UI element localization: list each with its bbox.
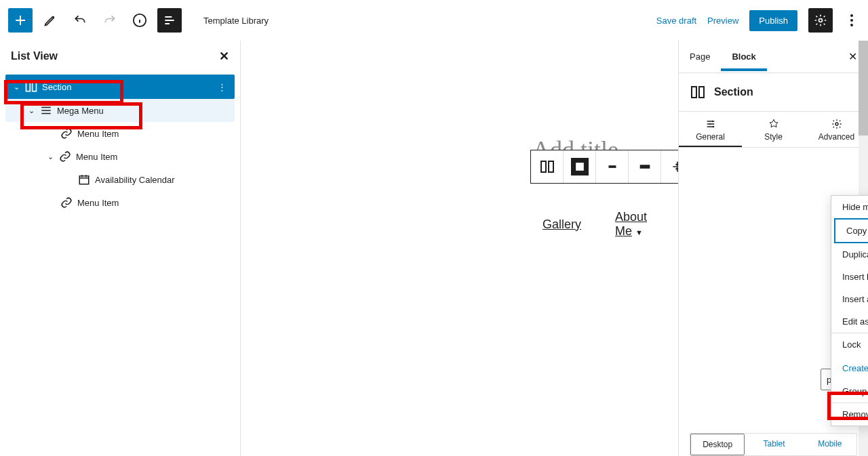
template-library-link[interactable]: Template Library <box>203 16 269 26</box>
undo-button[interactable] <box>68 8 92 33</box>
dd-insert-after[interactable]: Insert after Ctrl+Alt+Y <box>831 288 868 310</box>
block-name: Section <box>714 86 753 98</box>
sliders-icon <box>705 119 716 129</box>
dd-label: Create Reusable block <box>842 363 868 373</box>
tab-block[interactable]: Block <box>721 42 766 71</box>
svg-rect-5 <box>26 82 31 91</box>
subtab-label: General <box>696 132 725 142</box>
align-center-button[interactable] <box>596 150 629 183</box>
settings-subtabs: General Style Advanced <box>679 111 868 148</box>
info-button[interactable] <box>127 8 152 33</box>
block-type-button[interactable] <box>531 150 564 183</box>
top-toolbar: Template Library Save draft Preview Publ… <box>0 0 868 41</box>
svg-point-4 <box>850 24 853 26</box>
list-item-more-button[interactable]: ⋮ <box>214 82 231 92</box>
link-icon <box>58 196 75 209</box>
list-view-title: List View <box>11 50 58 62</box>
dd-label: Remove Section <box>842 409 868 419</box>
settings-button[interactable] <box>808 8 833 33</box>
list-item-section[interactable]: ⌄ Section ⋮ <box>5 75 235 99</box>
nav-link-dropdown[interactable]: About Me ▼ <box>615 210 647 239</box>
svg-point-2 <box>850 14 853 17</box>
dd-lock[interactable]: Lock <box>831 333 868 356</box>
svg-point-25 <box>712 126 714 128</box>
settings-tabs: Page Block ✕ <box>679 41 868 73</box>
svg-rect-22 <box>699 87 704 98</box>
dd-remove-section[interactable]: Remove Section Shift+Alt+Z <box>831 403 868 426</box>
menu-icon <box>38 104 54 117</box>
subtab-general[interactable]: General <box>679 112 742 147</box>
dd-edit-html[interactable]: Edit as HTML <box>831 310 868 333</box>
list-item-label: Mega Menu <box>57 106 104 116</box>
scroll-thumb[interactable] <box>859 41 868 136</box>
editor-canvas[interactable]: Add title Gallery About Me ▼ Gallery + <box>241 41 678 456</box>
align-wide-button[interactable] <box>629 150 661 183</box>
svg-rect-11 <box>608 165 616 168</box>
dd-copy-block[interactable]: Copy block <box>834 218 868 243</box>
list-view-button[interactable] <box>157 8 182 33</box>
add-block-button[interactable] <box>8 8 33 33</box>
svg-point-3 <box>850 19 853 22</box>
dd-label: Insert before <box>842 272 868 282</box>
section-icon <box>23 80 39 94</box>
chevron-down-icon: ⌄ <box>24 106 38 115</box>
list-item-menu-item[interactable]: Menu Item <box>5 122 235 145</box>
dd-hide-more-settings[interactable]: Hide more settings Ctrl+Shift+, <box>831 196 868 218</box>
tab-page[interactable]: Page <box>679 42 721 71</box>
device-desktop[interactable]: Desktop <box>690 434 745 455</box>
gear-icon <box>831 119 842 129</box>
save-draft-button[interactable]: Save draft <box>656 16 696 26</box>
dd-label: Group <box>842 386 867 396</box>
dd-create-reusable[interactable]: Create Reusable block <box>831 356 868 380</box>
preview-button[interactable]: Preview <box>707 16 738 26</box>
subtab-style[interactable]: Style <box>742 112 805 147</box>
link-icon <box>58 127 75 140</box>
more-options-button[interactable] <box>844 8 860 33</box>
block-heading: Section <box>679 73 868 111</box>
chevron-down-icon: ⌄ <box>43 152 57 161</box>
dd-label: Copy block <box>846 226 868 236</box>
main-layout: List View ✕ ⌄ Section ⋮ ⌄ Mega Menu Menu… <box>0 41 868 456</box>
svg-rect-21 <box>692 87 696 98</box>
edit-tool-button[interactable] <box>38 8 62 33</box>
svg-rect-9 <box>549 161 553 172</box>
publish-button[interactable]: Publish <box>749 10 797 31</box>
dd-label: Lock <box>842 339 861 350</box>
nav-link[interactable]: Gallery <box>542 217 581 232</box>
dd-label: Duplicate <box>842 249 868 260</box>
dd-label: Insert after <box>842 294 868 304</box>
svg-rect-8 <box>541 161 546 172</box>
top-right-actions: Save draft Preview Publish <box>656 8 860 33</box>
dd-duplicate[interactable]: Duplicate Ctrl+Shift+D <box>831 243 868 266</box>
chevron-down-icon: ⌄ <box>9 83 23 91</box>
list-item-mega-menu[interactable]: ⌄ Mega Menu <box>5 99 235 122</box>
list-item-label: Availability Calendar <box>95 175 175 185</box>
calendar-icon <box>76 173 92 186</box>
block-options-dropdown: Hide more settings Ctrl+Shift+, Copy blo… <box>831 195 868 426</box>
svg-rect-7 <box>79 176 89 184</box>
list-item-label: Menu Item <box>76 152 117 162</box>
align-full-button[interactable] <box>564 150 596 183</box>
svg-rect-6 <box>33 82 37 91</box>
list-view-panel: List View ✕ ⌄ Section ⋮ ⌄ Mega Menu Menu… <box>0 41 241 456</box>
svg-rect-12 <box>639 165 650 169</box>
dd-label: Hide more settings <box>842 202 868 212</box>
dd-group[interactable]: Group <box>831 380 868 402</box>
dd-insert-before[interactable]: Insert before Ctrl+Alt+T <box>831 266 868 288</box>
redo-button[interactable] <box>98 8 122 33</box>
top-left-tools: Template Library <box>8 8 269 33</box>
list-item-label: Menu Item <box>77 198 119 208</box>
list-item-calendar[interactable]: Availability Calendar <box>5 168 235 191</box>
section-icon <box>690 84 706 100</box>
device-tablet[interactable]: Tablet <box>747 434 800 455</box>
list-view-close-button[interactable]: ✕ <box>219 49 229 64</box>
list-item-menu-item[interactable]: ⌄ Menu Item <box>5 145 235 168</box>
dd-label: Edit as HTML <box>842 316 868 327</box>
list-item-menu-item[interactable]: Menu Item <box>5 191 235 214</box>
device-mobile[interactable]: Mobile <box>804 434 856 455</box>
subtab-label: Style <box>764 132 783 142</box>
subtab-label: Advanced <box>818 132 854 142</box>
responsive-tabs: Desktop Tablet Mobile <box>690 433 857 456</box>
svg-point-1 <box>819 19 823 22</box>
list-view-header: List View ✕ <box>0 41 240 72</box>
